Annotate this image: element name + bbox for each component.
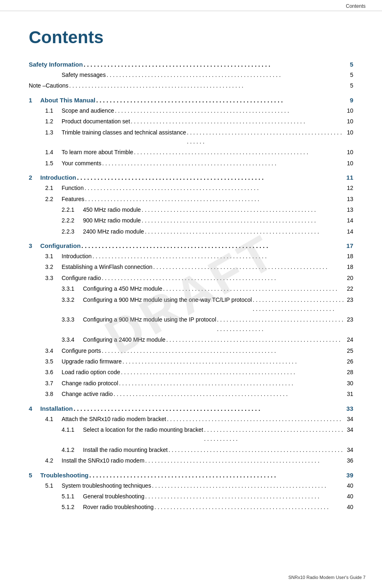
toc-page: 12: [345, 183, 353, 192]
header-title: Contents: [346, 3, 366, 9]
toc-dots: . . . . . . . . . . . . . . . . . . . . …: [69, 81, 344, 90]
toc-label: Introduction: [40, 173, 76, 183]
toc-entry[interactable]: 3.5Upgrade radio firmware . . . . . . . …: [29, 357, 353, 366]
sub-num: 2.2.3: [62, 227, 83, 236]
toc-entry[interactable]: 5Troubleshooting . . . . . . . . . . . .…: [29, 470, 353, 480]
toc-page: 23: [345, 295, 353, 304]
toc-entry[interactable]: 3.4Configure ports . . . . . . . . . . .…: [29, 346, 353, 355]
toc-entry[interactable]: 4.1.1Select a location for the radio mou…: [29, 425, 353, 444]
toc-label: Change radio protocol: [62, 379, 118, 388]
toc-entry[interactable]: 5.1.2Rover radio troubleshooting . . . .…: [29, 502, 353, 512]
toc-label: Function: [62, 183, 84, 192]
toc-label: Rover radio troubleshooting: [83, 502, 154, 512]
toc-entry[interactable]: 3.1Introduction . . . . . . . . . . . . …: [29, 252, 353, 261]
sub-num: 4.1.1: [62, 425, 83, 434]
toc-entry[interactable]: 1.4To learn more about Trimble . . . . .…: [29, 148, 353, 157]
toc-entry[interactable]: 3.3.2Configuring a 900 MHz module using …: [29, 295, 353, 314]
toc-page: 39: [345, 470, 353, 480]
sub-num: 3.2: [45, 262, 62, 271]
toc-entry[interactable]: 3.3.1Configuring a 450 MHz module . . . …: [29, 284, 353, 293]
toc-entry[interactable]: 2.2.2900 MHz radio module . . . . . . . …: [29, 216, 353, 225]
toc-entry[interactable]: Safety Information . . . . . . . . . . .…: [29, 60, 353, 69]
toc-entry[interactable]: 2Introduction . . . . . . . . . . . . . …: [29, 173, 353, 183]
sub-num: 3.3: [45, 273, 62, 282]
toc-page: 34: [345, 425, 353, 434]
toc-dots: . . . . . . . . . . . . . . . . . . . . …: [167, 414, 344, 424]
sub-num: 3.3.2: [62, 295, 83, 304]
sub-num: 1.2: [45, 117, 62, 126]
sub-num: 1.5: [45, 159, 62, 168]
toc-entry[interactable]: 1About This Manual . . . . . . . . . . .…: [29, 95, 353, 105]
toc-label: Features: [62, 194, 84, 204]
toc-entry[interactable]: 1.5Your comments . . . . . . . . . . . .…: [29, 159, 353, 168]
toc-page: 33: [345, 404, 353, 414]
toc-entry[interactable]: 3.8Change active radio . . . . . . . . .…: [29, 389, 353, 398]
page-header: Contents: [0, 0, 382, 11]
sub-num: 5.1.1: [62, 492, 83, 501]
toc-page: 14: [345, 216, 353, 225]
toc-dots: . . . . . . . . . . . . . . . . . . . . …: [153, 262, 344, 271]
toc-dots: . . . . . . . . . . . . . . . . . . . . …: [74, 404, 344, 414]
toc-dots: . . . . . . . . . . . . . . . . . . . . …: [168, 445, 344, 454]
toc-entry[interactable]: 3.2Establishing a WinFlash connection . …: [29, 262, 353, 271]
toc-page: 9: [345, 95, 353, 105]
sub-num: 1.1: [45, 106, 62, 115]
toc-entry[interactable]: 5.1.1General troubleshooting . . . . . .…: [29, 492, 353, 501]
toc-entry[interactable]: 5.1System troubleshooting techniques . .…: [29, 481, 353, 490]
toc-label: Note –Cautions: [29, 81, 69, 90]
toc-entry[interactable]: 2.2.1450 MHz radio module . . . . . . . …: [29, 205, 353, 214]
toc-label: Establishing a WinFlash connection: [62, 262, 152, 271]
toc-entry[interactable]: 3.3Configure radio . . . . . . . . . . .…: [29, 273, 353, 282]
chapter-num: 3: [29, 241, 40, 251]
toc-label: 450 MHz radio module: [83, 205, 141, 214]
toc-entry[interactable]: 4.1Attach the SNRx10 radio modem bracket…: [29, 414, 353, 424]
toc-label: Load radio option code: [62, 368, 120, 377]
toc-page: 10: [345, 128, 353, 137]
toc-label: General troubleshooting: [83, 492, 144, 501]
toc-label: Introduction: [62, 252, 92, 261]
toc-page: 40: [345, 492, 353, 501]
toc-entry[interactable]: 3.6Load radio option code . . . . . . . …: [29, 368, 353, 377]
toc-dots: . . . . . . . . . . . . . . . . . . . . …: [154, 502, 344, 512]
toc-page: 5: [345, 81, 353, 90]
toc-entry[interactable]: 3.3.4Configuring a 2400 MHz module . . .…: [29, 335, 353, 344]
toc-dots: . . . . . . . . . . . . . . . . . . . . …: [163, 284, 344, 293]
sub-num: 5.1: [45, 481, 62, 490]
toc-entry[interactable]: 1.3Trimble training classes and technica…: [29, 128, 353, 146]
toc-entry[interactable]: 2.2Features . . . . . . . . . . . . . . …: [29, 194, 353, 204]
toc-entry[interactable]: 2.1Function . . . . . . . . . . . . . . …: [29, 183, 353, 192]
toc-entry[interactable]: 2.2.32400 MHz radio module . . . . . . .…: [29, 227, 353, 236]
toc-entry[interactable]: 4Installation . . . . . . . . . . . . . …: [29, 404, 353, 414]
toc-dots: . . . . . . . . . . . . . . . . . . . . …: [102, 346, 344, 355]
sub-num: 3.5: [45, 357, 62, 366]
sub-num: 3.7: [45, 379, 62, 388]
toc-dots: . . . . . . . . . . . . . . . . . . . . …: [121, 368, 344, 377]
toc-entry[interactable]: 3Configuration . . . . . . . . . . . . .…: [29, 241, 353, 251]
toc-entry[interactable]: 4.2Install the SNRx10 radio modem . . . …: [29, 456, 353, 465]
toc-label: Select a location for the radio mounting…: [83, 425, 203, 434]
sub-num: 5.1.2: [62, 502, 83, 512]
toc-label: Configuration: [40, 241, 81, 251]
toc-dots: . . . . . . . . . . . . . . . . . . . . …: [122, 357, 344, 366]
toc-dots: . . . . . . . . . . . . . . . . . . . . …: [166, 335, 344, 344]
toc-page: 5: [345, 70, 353, 79]
toc-entry[interactable]: Safety messages . . . . . . . . . . . . …: [29, 70, 353, 79]
sub-num: 3.1: [45, 252, 62, 261]
toc-entry[interactable]: Note –Cautions . . . . . . . . . . . . .…: [29, 81, 353, 90]
toc-dots: . . . . . . . . . . . . . . . . . . . . …: [253, 295, 344, 314]
toc-label: Product documentation set: [62, 117, 130, 126]
toc-entry[interactable]: 4.1.2Install the radio mounting bracket …: [29, 445, 353, 454]
toc-dots: . . . . . . . . . . . . . . . . . . . . …: [85, 194, 344, 204]
toc-dots: . . . . . . . . . . . . . . . . . . . . …: [142, 216, 344, 225]
toc-page: 22: [345, 284, 353, 293]
toc-entry[interactable]: 1.2Product documentation set . . . . . .…: [29, 117, 353, 126]
toc-entry[interactable]: 3.3.3Configuring a 900 MHz module using …: [29, 315, 353, 333]
sub-num: 3.8: [45, 389, 62, 398]
toc-dots: . . . . . . . . . . . . . . . . . . . . …: [114, 389, 344, 398]
sub-num: 3.3.3: [62, 315, 83, 324]
toc-entry[interactable]: 1.1Scope and audience . . . . . . . . . …: [29, 106, 353, 115]
toc-page: 40: [345, 502, 353, 512]
toc-page: 10: [345, 106, 353, 115]
toc-entry[interactable]: 3.7Change radio protocol . . . . . . . .…: [29, 379, 353, 388]
toc-dots: . . . . . . . . . . . . . . . . . . . . …: [119, 379, 344, 388]
